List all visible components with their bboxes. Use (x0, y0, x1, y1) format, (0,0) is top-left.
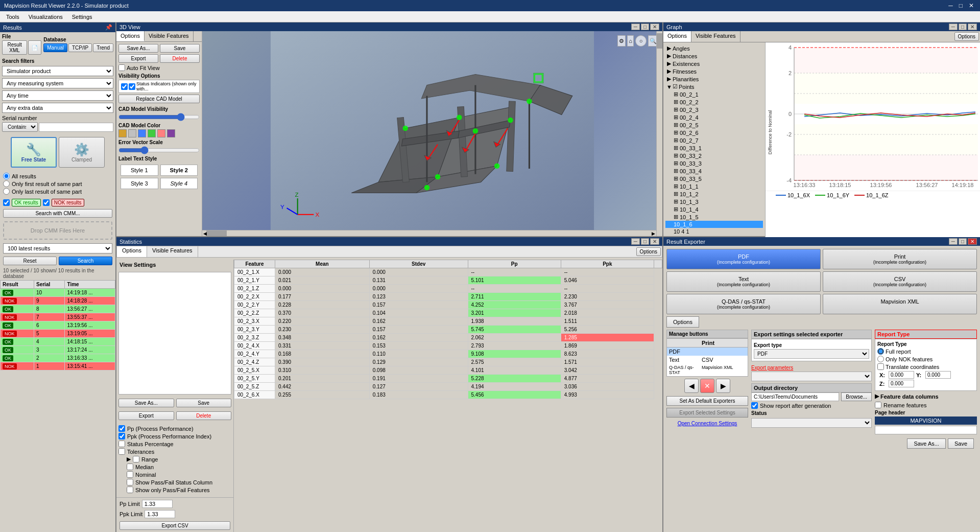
stats-export-btn[interactable]: Export (118, 411, 174, 420)
range-checkbox[interactable] (133, 456, 139, 462)
stats-table-row[interactable]: 00_2_3.X0.2200.1621.9381.511 (234, 317, 662, 326)
stats-table-row[interactable]: 00_2_6.X0.2550.1835.4564.993 (234, 391, 662, 399)
drop-zone[interactable]: Drop CMM Files Here (3, 221, 112, 240)
delete-manage-btn[interactable]: ✕ (700, 379, 714, 393)
tree-item-10_1_2[interactable]: ⊞10_1_2 (665, 190, 763, 198)
tree-item-00_2_7[interactable]: ⊞00_2_7 (665, 136, 763, 144)
clamped-button[interactable]: ⚙️ Clamped (59, 137, 105, 168)
pdf-export-btn[interactable]: PDF (Incomplete configuration) (666, 249, 821, 269)
result-table-row[interactable]: OK213:16:33 ... (1, 354, 115, 362)
exporter-save-as-btn[interactable]: Save As... (907, 438, 946, 449)
exporter-maximize-btn[interactable]: □ (959, 238, 967, 245)
contains-select[interactable]: Contains (2, 122, 38, 132)
3d-viewport[interactable]: X Z Y ⚙ ⌂ ○ (202, 31, 662, 236)
stats-table-row[interactable]: 00_2_4.X0.3310.1532.7931.869 (234, 342, 662, 350)
home-icon-btn[interactable]: ⌂ (627, 35, 634, 47)
save-button-3d[interactable]: Save (160, 44, 200, 53)
stats-delete-btn[interactable]: Delete (176, 411, 232, 420)
stats-table-row[interactable]: 00_2_1.Z0.0000.000---- (234, 285, 662, 293)
tree-item-angles[interactable]: ▶ Angles (665, 44, 763, 52)
export-selected-btn[interactable]: Export Selected Settings (666, 408, 748, 418)
stats-table-row[interactable]: 00_2_3.Y0.2300.1575.7455.256 (234, 326, 662, 334)
exporter-save-btn[interactable]: Save (948, 438, 974, 449)
serial-input[interactable] (39, 123, 113, 132)
z-coord-input[interactable] (889, 380, 914, 387)
stats-table-container[interactable]: Feature Mean Stdev Pp Ppk 00_2_1.X0.0000… (234, 260, 662, 532)
stats-table-row[interactable]: 00_2_5.X0.3100.0984.1013.042 (234, 366, 662, 375)
ppk-checkbox[interactable] (118, 433, 125, 440)
tree-item-00_2_1[interactable]: ⊞00_2_1 (665, 90, 763, 98)
rename-features-checkbox[interactable] (875, 402, 881, 408)
mapvision-xml-btn[interactable]: Mapvision XML (823, 294, 977, 314)
style2-box[interactable]: Style 2 (160, 165, 198, 176)
vis-checkbox-1[interactable] (121, 83, 128, 90)
results-count-select[interactable]: 100 latest results (3, 243, 112, 253)
result-table-row[interactable]: NOK713:55:37 ... (1, 313, 115, 321)
time-filter-select[interactable]: Any time (2, 90, 113, 101)
tree-item-distances[interactable]: ▶ Distances (665, 52, 763, 60)
3d-minimize-btn[interactable]: ─ (631, 24, 640, 30)
replace-cad-button[interactable]: Replace CAD Model (118, 95, 200, 103)
arrow-left-btn[interactable]: ◀ (684, 379, 699, 393)
print-export-btn[interactable]: Print (Incomplete configuration) (823, 249, 977, 269)
cad-visibility-slider[interactable] (118, 113, 200, 121)
stats-table-row[interactable]: 00_2_4.Z0.3900.1292.5751.571 (234, 358, 662, 366)
graph-close-btn[interactable]: ✕ (968, 24, 977, 30)
graph-options-button[interactable]: Options (954, 32, 979, 41)
stats-table-row[interactable]: 00_2_1.X0.0000.000---- (234, 268, 662, 276)
style4-box[interactable]: Style 4 (160, 178, 198, 189)
stats-table-row[interactable]: 00_2_1.Y0.0210.1315.1015.046 (234, 276, 662, 285)
pp-limit-input[interactable] (142, 500, 173, 508)
tree-item-00_33_3[interactable]: ⊞00_33_3 (665, 159, 763, 167)
style1-box[interactable]: Style 1 (121, 165, 158, 176)
tree-item-00_33_2[interactable]: ⊞00_33_2 (665, 152, 763, 159)
graph-maximize-btn[interactable]: □ (959, 24, 967, 30)
result-table-row[interactable]: OK1014:19:18 ... (1, 289, 115, 297)
y-coord-input[interactable] (925, 371, 951, 379)
stats-table-row[interactable]: 00_2_3.Z0.3480.1622.0621.285 (234, 334, 662, 342)
manage-row-qdas[interactable]: Q-DAS / qs-STAT Mapvision XML (667, 364, 748, 376)
translate-coords-checkbox[interactable] (877, 363, 884, 370)
stats-options-button[interactable]: Options (636, 247, 661, 256)
3d-scrollbar-v[interactable] (656, 31, 662, 236)
trend-button[interactable]: Trend (93, 43, 113, 52)
exporter-close-btn[interactable]: ✕ (968, 238, 977, 245)
product-filter-select[interactable]: Simulator product (2, 66, 113, 76)
exporter-minimize-btn[interactable]: ─ (949, 238, 958, 245)
status-select[interactable] (751, 418, 872, 428)
only-pass-fail-checkbox[interactable] (127, 487, 133, 493)
result-xml-button[interactable]: Result XML (2, 40, 27, 55)
tree-item-points[interactable]: ▼ ☑ Points (665, 83, 763, 90)
export-params-select[interactable] (751, 372, 872, 381)
3d-scrollbar-h[interactable]: ◀ ▶ (202, 230, 656, 236)
tree-item-00_2_5[interactable]: ⊞00_2_5 (665, 121, 763, 129)
search-button[interactable]: Search (59, 257, 112, 265)
style3-box[interactable]: Style 3 (121, 178, 158, 189)
ppk-limit-input[interactable] (145, 510, 175, 518)
stats-options-tab[interactable]: Options (117, 246, 147, 257)
tree-item-00_2_2[interactable]: ⊞00_2_2 (665, 98, 763, 106)
csv-export-btn[interactable]: CSV (Incomplete configuration) (823, 271, 977, 292)
stats-table-row[interactable]: 00_2_5.Z0.4420.1274.1943.036 (234, 383, 662, 391)
exporter-options-btn[interactable]: Options (666, 316, 699, 328)
settings-icon-btn[interactable]: ⚙ (617, 35, 626, 47)
manual-button[interactable]: Manual (43, 43, 67, 52)
scroll-left-btn[interactable]: ◀ (202, 230, 208, 236)
menu-tools[interactable]: Tools (2, 13, 23, 21)
tree-item-fitnesses[interactable]: ▶ Fitnesses (665, 67, 763, 75)
stats-close-btn[interactable]: ✕ (650, 238, 659, 245)
tree-item-00_33_5[interactable]: ⊞00_33_5 (665, 175, 763, 182)
open-connection-link[interactable]: Open Connection Settings (676, 419, 739, 428)
minimize-button[interactable]: ─ (946, 2, 955, 9)
tree-item-existences[interactable]: ▶ Existences (665, 60, 763, 67)
tree-item-10_1_6[interactable]: 10_1_6 (665, 221, 763, 228)
search-cmm-button[interactable]: Search with CMM... (3, 209, 112, 218)
result-table-row[interactable]: OK613:19:56 ... (1, 321, 115, 330)
tree-item-00_2_4[interactable]: ⊞00_2_4 (665, 113, 763, 121)
camera-icon-btn[interactable]: ○ (635, 35, 647, 47)
color-swatch-6[interactable] (167, 129, 175, 137)
nok-checkbox[interactable] (43, 199, 50, 206)
save-as-button-3d[interactable]: Save As... (118, 44, 158, 53)
result-table-row[interactable]: OK813:56:27 ... (1, 305, 115, 313)
color-swatch-5[interactable] (157, 129, 165, 137)
